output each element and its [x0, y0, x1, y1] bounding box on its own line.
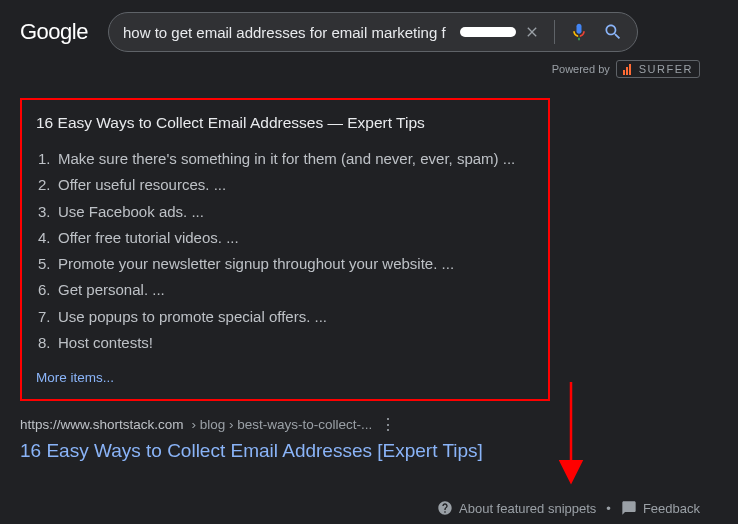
list-item: Make sure there's something in it for th…: [36, 146, 534, 172]
snippet-title: 16 Easy Ways to Collect Email Addresses …: [36, 114, 534, 132]
feedback-icon: [621, 500, 637, 516]
search-box[interactable]: [108, 12, 638, 52]
clear-icon[interactable]: [524, 24, 540, 40]
redaction: [460, 27, 516, 37]
google-logo[interactable]: Google: [20, 19, 88, 45]
search-icon[interactable]: [603, 22, 623, 42]
list-item: Use Facebook ads. ...: [36, 199, 534, 225]
result-breadcrumb: › blog › best-ways-to-collect-...: [192, 417, 373, 432]
list-item: Use popups to promote special offers. ..…: [36, 304, 534, 330]
search-input[interactable]: [123, 24, 464, 41]
help-icon: [437, 500, 453, 516]
list-item: Offer useful resources. ...: [36, 172, 534, 198]
feedback-link[interactable]: Feedback: [621, 500, 700, 516]
surfer-badge[interactable]: SURFER: [616, 60, 700, 78]
surfer-icon: [623, 63, 635, 75]
powered-by-label: Powered by: [552, 63, 610, 75]
divider: [554, 20, 555, 44]
featured-snippet: 16 Easy Ways to Collect Email Addresses …: [20, 98, 550, 401]
snippet-list: Make sure there's something in it for th…: [36, 146, 534, 356]
list-item: Host contests!: [36, 330, 534, 356]
more-items-link[interactable]: More items...: [36, 370, 534, 385]
voice-search-icon[interactable]: [569, 22, 589, 42]
list-item: Offer free tutorial videos. ...: [36, 225, 534, 251]
result-title-link[interactable]: 16 Easy Ways to Collect Email Addresses …: [20, 440, 718, 462]
result-domain[interactable]: https://www.shortstack.com: [20, 417, 184, 432]
list-item: Promote your newsletter signup throughou…: [36, 251, 534, 277]
result-menu-icon[interactable]: ⋮: [380, 415, 396, 434]
list-item: Get personal. ...: [36, 277, 534, 303]
separator: •: [606, 501, 611, 516]
about-featured-snippets-link[interactable]: About featured snippets: [437, 500, 596, 516]
